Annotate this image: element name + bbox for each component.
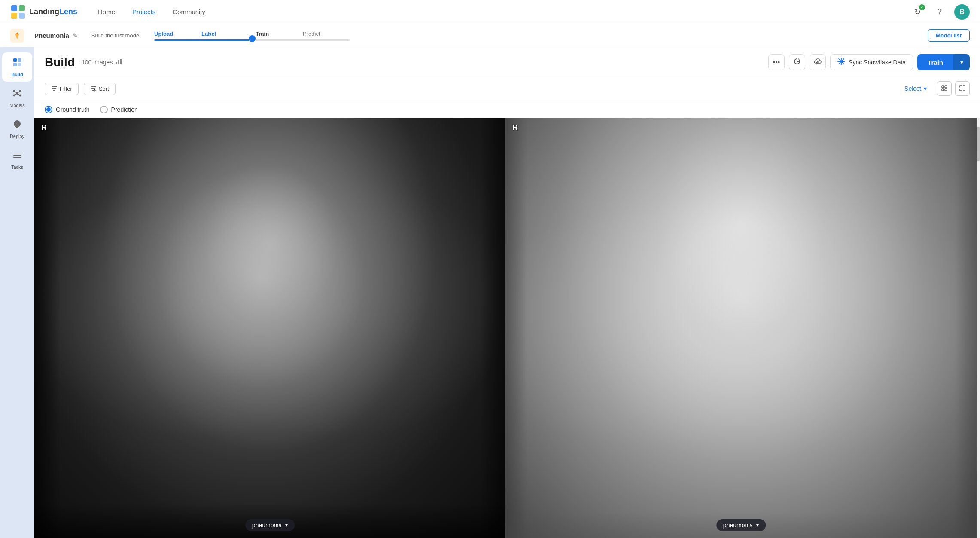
chevron-down-icon: ▾ bbox=[960, 59, 963, 66]
sidebar-item-models[interactable]: Models bbox=[2, 83, 32, 113]
image-card-2[interactable]: R pneumonia ▾ bbox=[505, 118, 977, 538]
sidebar-deploy-label: Deploy bbox=[10, 134, 24, 139]
view-icons bbox=[937, 81, 970, 96]
more-options-button[interactable]: ••• bbox=[768, 54, 785, 70]
svg-rect-23 bbox=[116, 62, 117, 64]
svg-rect-24 bbox=[118, 60, 119, 64]
filter-icon bbox=[51, 86, 57, 92]
image-marker-1: R bbox=[41, 123, 47, 132]
svg-rect-8 bbox=[13, 63, 17, 66]
sync-status-button[interactable]: ↻ ✓ bbox=[910, 4, 925, 20]
project-type-icon bbox=[13, 31, 21, 40]
label-chevron-2: ▾ bbox=[756, 522, 759, 528]
build-title: Build bbox=[45, 55, 75, 69]
step-predict-label: Predict bbox=[303, 31, 320, 37]
svg-rect-9 bbox=[18, 63, 21, 66]
radio-prediction-circle bbox=[100, 106, 108, 113]
step-train-label: Train bbox=[256, 31, 269, 37]
filter-bar: Filter Sort Select ▾ bbox=[34, 76, 980, 101]
history-button[interactable] bbox=[789, 54, 805, 70]
help-button[interactable]: ? bbox=[932, 4, 947, 20]
project-icon bbox=[10, 29, 24, 43]
svg-rect-3 bbox=[19, 13, 25, 19]
svg-rect-7 bbox=[18, 58, 21, 62]
step-predict-line bbox=[303, 39, 350, 41]
stats-icon[interactable] bbox=[115, 58, 123, 67]
image-grid: R pneumonia ▾ bbox=[34, 118, 977, 538]
tasks-icon bbox=[12, 150, 22, 163]
top-nav: LandingLens Home Projects Community ↻ ✓ … bbox=[0, 0, 980, 24]
image-area: R pneumonia ▾ bbox=[34, 118, 980, 538]
train-dropdown-button[interactable]: ▾ bbox=[953, 54, 970, 70]
models-icon bbox=[12, 88, 22, 101]
train-button[interactable]: Train bbox=[917, 54, 953, 70]
sidebar-item-deploy[interactable]: Deploy bbox=[2, 114, 32, 144]
select-dropdown[interactable]: Select ▾ bbox=[904, 85, 927, 92]
image-label-2[interactable]: pneumonia ▾ bbox=[716, 519, 766, 531]
radio-ground-truth-circle bbox=[45, 106, 52, 113]
filter-label: Filter bbox=[60, 86, 72, 92]
step-upload-label: Upload bbox=[154, 31, 173, 37]
fit-view-icon bbox=[941, 85, 948, 93]
fit-view-button[interactable] bbox=[937, 81, 952, 96]
step-label-line bbox=[201, 39, 249, 41]
logo-text: LandingLens bbox=[29, 7, 77, 16]
svg-marker-5 bbox=[15, 34, 19, 39]
select-chevron-icon: ▾ bbox=[924, 85, 927, 92]
history-icon bbox=[793, 58, 801, 67]
radio-prediction[interactable]: Prediction bbox=[100, 106, 138, 113]
deploy-icon bbox=[12, 119, 22, 132]
svg-rect-39 bbox=[942, 89, 944, 91]
expand-view-icon bbox=[959, 85, 966, 93]
nav-right: ↻ ✓ ? B bbox=[910, 4, 970, 20]
pipeline-label: Build the first model bbox=[91, 32, 140, 39]
main-wrapper: Build Models bbox=[0, 47, 980, 538]
sort-button[interactable]: Sort bbox=[84, 83, 116, 95]
nav-community[interactable]: Community bbox=[173, 8, 205, 15]
scrollbar-track[interactable] bbox=[977, 118, 980, 538]
image-label-1[interactable]: pneumonia ▾ bbox=[245, 519, 295, 531]
nav-home[interactable]: Home bbox=[98, 8, 115, 15]
sync-snowflake-label: Sync Snowflake Data bbox=[849, 59, 906, 66]
step-train[interactable]: Train bbox=[256, 31, 303, 41]
active-step-dot bbox=[249, 35, 256, 42]
step-predict[interactable]: Predict bbox=[303, 31, 350, 41]
label-chevron-1: ▾ bbox=[285, 522, 288, 528]
sidebar-item-build[interactable]: Build bbox=[2, 52, 32, 82]
sync-check-badge: ✓ bbox=[919, 4, 925, 10]
image-card-1[interactable]: R pneumonia ▾ bbox=[34, 118, 505, 538]
svg-rect-1 bbox=[19, 5, 25, 11]
svg-rect-19 bbox=[16, 128, 18, 128]
svg-rect-25 bbox=[120, 59, 122, 64]
step-train-line bbox=[256, 39, 303, 41]
step-upload-line bbox=[154, 39, 201, 41]
sort-icon bbox=[90, 86, 96, 92]
filter-button[interactable]: Filter bbox=[45, 83, 79, 95]
svg-rect-37 bbox=[942, 86, 944, 88]
logo-icon bbox=[10, 4, 26, 20]
avatar-button[interactable]: B bbox=[954, 4, 970, 20]
scrollbar-thumb[interactable] bbox=[977, 127, 980, 161]
sidebar: Build Models bbox=[0, 47, 34, 538]
nav-projects[interactable]: Projects bbox=[132, 8, 155, 15]
expand-view-button[interactable] bbox=[955, 81, 970, 96]
build-icon bbox=[12, 57, 22, 70]
sort-label: Sort bbox=[99, 86, 109, 92]
logo[interactable]: LandingLens bbox=[10, 4, 77, 20]
step-label[interactable]: Label bbox=[201, 31, 249, 41]
sidebar-item-tasks[interactable]: Tasks bbox=[2, 145, 32, 174]
train-button-group: Train ▾ bbox=[917, 54, 970, 70]
image-label-text-1: pneumonia bbox=[252, 522, 282, 529]
step-upload[interactable]: Upload bbox=[154, 31, 201, 41]
sync-snowflake-button[interactable]: Sync Snowflake Data bbox=[830, 54, 913, 70]
edit-project-icon[interactable]: ✎ bbox=[73, 32, 78, 39]
sub-header: Pneumonia ✎ Build the first model Upload… bbox=[0, 24, 980, 47]
project-name: Pneumonia ✎ bbox=[34, 32, 78, 39]
radio-prediction-label: Prediction bbox=[111, 106, 138, 113]
cloud-upload-button[interactable] bbox=[810, 54, 826, 70]
image-count: 100 images bbox=[82, 58, 123, 67]
model-list-button[interactable]: Model list bbox=[928, 29, 970, 42]
svg-rect-2 bbox=[11, 13, 17, 19]
radio-ground-truth[interactable]: Ground truth bbox=[45, 106, 90, 113]
radio-row: Ground truth Prediction bbox=[34, 101, 980, 118]
